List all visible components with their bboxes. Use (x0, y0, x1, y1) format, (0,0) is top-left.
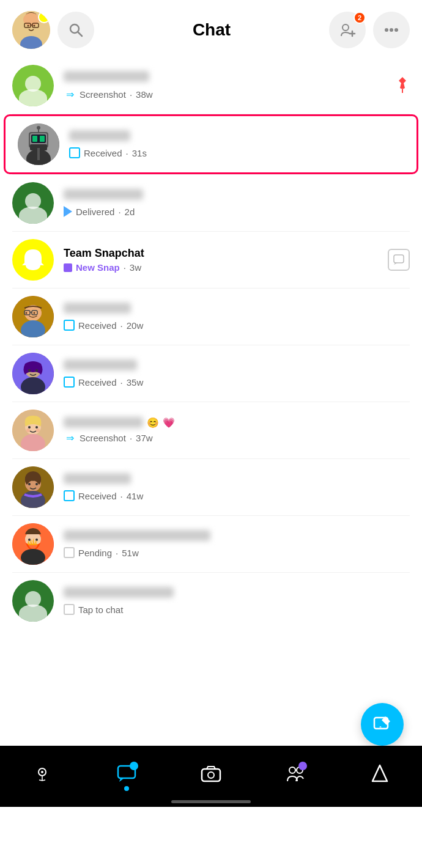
separator: · (126, 148, 128, 158)
status-row: Delivered · 2d (64, 206, 410, 217)
friends-icon (285, 763, 306, 784)
status-text: Pending (78, 548, 112, 558)
chat-bubble-icon (393, 254, 404, 265)
separator: · (124, 262, 126, 273)
svg-point-35 (26, 312, 28, 314)
status-text: Tap to chat (78, 605, 123, 615)
nav-item-map[interactable] (32, 763, 53, 784)
self-avatar[interactable] (12, 11, 50, 49)
contact-name (64, 189, 143, 200)
time-text: 35w (127, 377, 144, 388)
status-text: Delivered (76, 207, 114, 217)
separator: · (120, 491, 123, 501)
contact-name (64, 530, 210, 541)
separator: · (118, 207, 120, 217)
new-chat-fab[interactable] (361, 703, 404, 746)
avatar (12, 353, 54, 394)
avatar (12, 296, 54, 337)
chat-item[interactable]: Pending · 51w (0, 516, 422, 572)
camera-icon (201, 763, 221, 784)
svg-point-67 (289, 767, 295, 773)
avatar (12, 580, 54, 622)
status-text: Received (78, 320, 117, 331)
time-text: 38w (136, 89, 153, 100)
chat-info: Team Snapchat New Snap · 3w (64, 247, 382, 273)
contact-name (69, 130, 130, 141)
svg-point-57 (28, 539, 31, 541)
chat-info: Tap to chat (64, 587, 410, 615)
chat-item[interactable]: Received · 20w (0, 289, 422, 345)
chat-item[interactable]: Received · 41w (0, 459, 422, 515)
status-row: ⇒ Screenshot · 38w (64, 88, 410, 100)
svg-point-8 (34, 25, 35, 27)
chat-item[interactable]: 😊 💗 ⇒ Screenshot · 37w (0, 402, 422, 458)
online-indicator (38, 11, 50, 23)
map-icon (32, 763, 53, 784)
status-text: Screenshot (80, 89, 126, 100)
more-icon (384, 28, 399, 32)
time-text: 2d (125, 207, 135, 217)
search-icon (67, 21, 84, 39)
header: Chat 2 (0, 0, 422, 57)
nav-item-camera[interactable] (201, 763, 221, 784)
robot-avatar (18, 123, 59, 165)
svg-marker-69 (372, 765, 387, 781)
status-row: Tap to chat (64, 604, 410, 615)
screenshot-icon: ⇒ (64, 432, 76, 444)
nav-item-stories[interactable] (369, 763, 390, 784)
svg-point-53 (35, 483, 38, 485)
chat-item[interactable]: ⇒ Screenshot · 38w (0, 57, 422, 114)
add-friend-button[interactable]: 2 (329, 12, 366, 48)
status-text: Received (78, 491, 117, 501)
contact-name: Team Snapchat (64, 247, 382, 260)
chat-item[interactable]: Delivered · 2d (0, 175, 422, 231)
avatar (12, 410, 54, 451)
chat-item[interactable]: Received · 35w (0, 345, 422, 402)
svg-point-41 (35, 369, 38, 372)
notification-badge: 2 (354, 12, 366, 24)
time-text: 51w (122, 548, 139, 558)
fire-avatar (12, 523, 54, 565)
svg-point-22 (37, 126, 40, 130)
status-text: Screenshot (80, 433, 126, 443)
home-indicator (171, 800, 251, 803)
avatar (12, 182, 54, 224)
friends-badge (298, 762, 307, 770)
more-button[interactable] (373, 12, 410, 48)
svg-point-52 (28, 483, 31, 485)
new-snap-text: New Snap (76, 262, 120, 273)
blonde-avatar (12, 410, 54, 451)
svg-point-48 (26, 428, 30, 432)
status-row: Received · 35w (64, 377, 410, 388)
time-text: 3w (130, 262, 141, 273)
svg-line-10 (78, 32, 82, 36)
team-snapchat-avatar (12, 239, 54, 281)
chat-item[interactable]: Tap to chat (0, 573, 422, 629)
contact-name (64, 71, 149, 82)
glasses-avatar (12, 296, 54, 337)
compose-icon (372, 714, 393, 735)
search-button[interactable] (57, 12, 94, 48)
received-icon (64, 490, 75, 501)
contact-name (64, 359, 137, 370)
separator: · (120, 377, 123, 388)
svg-point-2 (23, 13, 39, 26)
chat-item-team-snapchat[interactable]: Team Snapchat New Snap · 3w (0, 232, 422, 288)
chat-item-highlighted[interactable]: Received · 31s (4, 114, 418, 174)
add-friend-icon (339, 21, 356, 39)
header-left (12, 11, 94, 49)
status-text: Received (78, 377, 117, 388)
time-text: 41w (127, 491, 144, 501)
nav-item-friends[interactable] (285, 763, 306, 784)
header-right: 2 (329, 12, 410, 48)
chat-info: ⇒ Screenshot · 38w (64, 71, 410, 100)
bottom-nav (0, 746, 422, 807)
status-row: ⇒ Screenshot · 37w (64, 432, 410, 444)
new-snap-badge: New Snap (64, 262, 120, 273)
chat-nav-icon (116, 763, 137, 784)
chat-info: Received · 20w (64, 303, 410, 331)
delivered-icon (64, 206, 72, 217)
contact-name (64, 473, 131, 484)
page-title: Chat (94, 20, 329, 40)
nav-item-chat[interactable] (116, 763, 137, 784)
